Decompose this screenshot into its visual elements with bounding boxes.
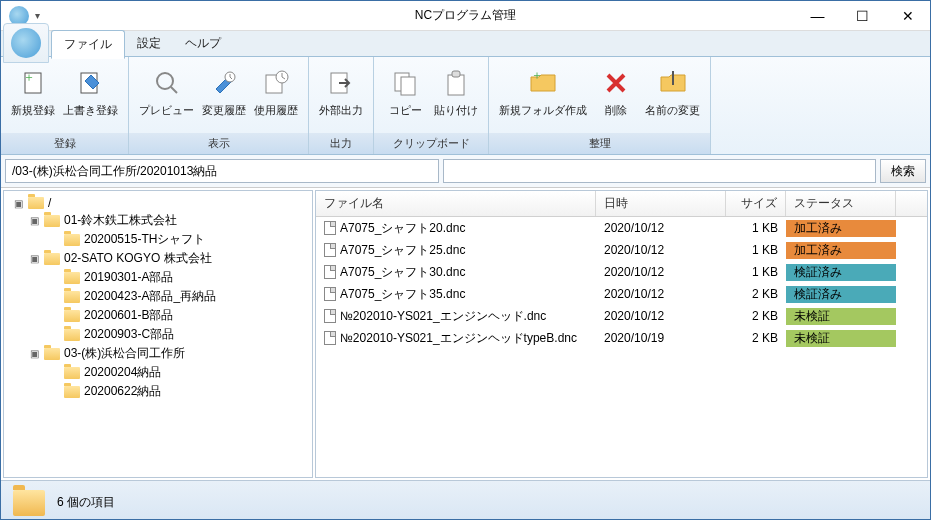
folder-icon <box>44 215 60 227</box>
svg-rect-12 <box>452 71 460 77</box>
titlebar: ▾ NCプログラム管理 — ☐ ✕ <box>1 1 930 31</box>
folder-icon <box>64 310 80 322</box>
pathbar: 検索 <box>1 155 930 188</box>
path-input[interactable] <box>5 159 439 183</box>
paste-button[interactable]: 貼り付け <box>430 61 482 120</box>
minimize-button[interactable]: — <box>795 1 840 31</box>
copy-icon <box>389 67 421 99</box>
file-icon <box>324 331 336 345</box>
pencil-history-icon <box>208 67 240 99</box>
folder-icon <box>64 386 80 398</box>
app-logo[interactable] <box>3 23 49 63</box>
tree-item[interactable]: 20200423-A部品_再納品 <box>4 287 312 306</box>
file-row[interactable]: A7075_シャフト25.dnc 2020/10/12 1 KB 加工済み <box>316 239 927 261</box>
search-button[interactable]: 検索 <box>880 159 926 183</box>
new-register-button[interactable]: ＋ 新規登録 <box>7 61 59 120</box>
delete-button[interactable]: 削除 <box>591 61 641 120</box>
rename-button[interactable]: 名前の変更 <box>641 61 704 120</box>
tree-item[interactable]: 20190301-A部品 <box>4 268 312 287</box>
content: ▣/ ▣01-鈴木鉄工株式会社 20200515-THシャフト ▣02-SATO… <box>1 188 930 480</box>
folder-icon <box>44 253 60 265</box>
ribbon: ＋ 新規登録 上書き登録 登録 プレビュー 変更履歴 使用履歴 <box>1 57 930 155</box>
file-row[interactable]: №202010-YS021_エンジンヘッド.dnc 2020/10/12 2 K… <box>316 305 927 327</box>
tree-item[interactable]: 20200622納品 <box>4 382 312 401</box>
export-icon <box>325 67 357 99</box>
file-row[interactable]: A7075_シャフト20.dnc 2020/10/12 1 KB 加工済み <box>316 217 927 239</box>
item-count: 6 個の項目 <box>57 494 115 511</box>
changelog-button[interactable]: 変更履歴 <box>198 61 250 120</box>
overwrite-register-button[interactable]: 上書き登録 <box>59 61 122 120</box>
delete-icon <box>600 67 632 99</box>
folder-icon <box>64 272 80 284</box>
col-name[interactable]: ファイル名 <box>316 191 596 216</box>
menubar: ファイル 設定 ヘルプ <box>1 31 930 57</box>
file-pane: ファイル名 日時 サイズ ステータス A7075_シャフト20.dnc 2020… <box>315 190 928 478</box>
folder-icon <box>64 329 80 341</box>
tab-settings[interactable]: 設定 <box>125 30 173 57</box>
window-title: NCプログラム管理 <box>415 7 516 24</box>
tree-pane[interactable]: ▣/ ▣01-鈴木鉄工株式会社 20200515-THシャフト ▣02-SATO… <box>3 190 313 478</box>
ribbon-group-organize: 整理 <box>489 133 710 154</box>
file-icon <box>324 243 336 257</box>
svg-rect-10 <box>401 77 415 95</box>
tree-item[interactable]: 20200515-THシャフト <box>4 230 312 249</box>
folder-icon <box>64 367 80 379</box>
folder-large-icon <box>13 490 45 516</box>
file-icon <box>324 287 336 301</box>
col-date[interactable]: 日時 <box>596 191 726 216</box>
tree-root[interactable]: ▣/ <box>4 195 312 211</box>
paste-icon <box>440 67 472 99</box>
usagelog-button[interactable]: 使用履歴 <box>250 61 302 120</box>
tree-item[interactable]: 20200903-C部品 <box>4 325 312 344</box>
folder-icon <box>64 291 80 303</box>
file-row[interactable]: A7075_シャフト30.dnc 2020/10/12 1 KB 検証済み <box>316 261 927 283</box>
folder-icon <box>64 234 80 246</box>
folder-icon <box>44 348 60 360</box>
tree-item[interactable]: ▣03-(株)浜松合同工作所 <box>4 344 312 363</box>
new-file-icon: ＋ <box>17 67 49 99</box>
tree-item[interactable]: ▣02-SATO KOGYO 株式会社 <box>4 249 312 268</box>
statusbar: 6 個の項目 <box>1 480 930 520</box>
search-input[interactable] <box>443 159 877 183</box>
ribbon-group-view: 表示 <box>129 133 308 154</box>
ribbon-group-register: 登録 <box>1 133 128 154</box>
file-row[interactable]: A7075_シャフト35.dnc 2020/10/12 2 KB 検証済み <box>316 283 927 305</box>
svg-text:＋: ＋ <box>23 70 35 84</box>
copy-button[interactable]: コピー <box>380 61 430 120</box>
new-folder-icon: ＋ <box>527 67 559 99</box>
file-icon <box>324 221 336 235</box>
col-size[interactable]: サイズ <box>726 191 786 216</box>
ribbon-group-clipboard: クリップボード <box>374 133 488 154</box>
tab-help[interactable]: ヘルプ <box>173 30 233 57</box>
quick-access-dropdown-icon[interactable]: ▾ <box>35 10 40 21</box>
clock-history-icon <box>260 67 292 99</box>
svg-line-4 <box>171 87 177 93</box>
svg-point-3 <box>157 73 173 89</box>
svg-text:＋: ＋ <box>531 69 543 82</box>
external-output-button[interactable]: 外部出力 <box>315 61 367 120</box>
new-folder-button[interactable]: ＋ 新規フォルダ作成 <box>495 61 591 120</box>
edit-file-icon <box>75 67 107 99</box>
preview-button[interactable]: プレビュー <box>135 61 198 120</box>
tree-item[interactable]: ▣01-鈴木鉄工株式会社 <box>4 211 312 230</box>
ribbon-group-output: 出力 <box>309 133 373 154</box>
tab-file[interactable]: ファイル <box>51 30 125 59</box>
magnifier-icon <box>151 67 183 99</box>
close-button[interactable]: ✕ <box>885 1 930 31</box>
file-list-header: ファイル名 日時 サイズ ステータス <box>316 191 927 217</box>
rename-icon <box>657 67 689 99</box>
file-icon <box>324 265 336 279</box>
maximize-button[interactable]: ☐ <box>840 1 885 31</box>
file-icon <box>324 309 336 323</box>
file-row[interactable]: №202010-YS021_エンジンヘッドtypeB.dnc 2020/10/1… <box>316 327 927 349</box>
col-status[interactable]: ステータス <box>786 191 896 216</box>
tree-item[interactable]: 20200204納品 <box>4 363 312 382</box>
folder-icon <box>28 197 44 209</box>
svg-rect-11 <box>448 75 464 95</box>
tree-item[interactable]: 20200601-B部品 <box>4 306 312 325</box>
